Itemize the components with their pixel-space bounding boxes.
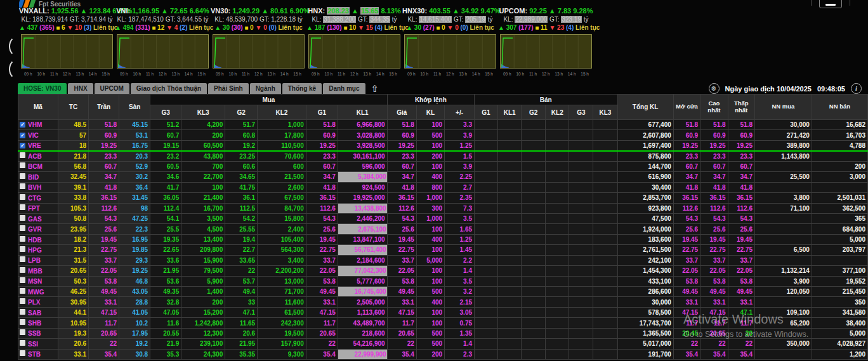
row-checkbox[interactable] [20,256,25,262]
tab-ng-nh[interactable]: Ngành [250,83,281,95]
col-header-ask-kl3[interactable]: KL3 [593,105,617,120]
index-intraday-chart[interactable]: 09 h10 h11 h12 h13 h14 h15 h [211,34,306,76]
info-icon[interactable]: i [851,83,862,94]
row-checkbox[interactable]: ✓ [20,143,25,148]
symbol-cell[interactable]: STB [18,349,58,359]
symbol-cell[interactable]: SSB [18,328,58,338]
row-checkbox[interactable] [20,194,25,200]
index-intraday-chart[interactable]: 09 h10 h11 h12 h13 h14 h15 h [115,34,211,76]
col-header-bid-g1[interactable]: G1 [306,105,338,120]
ask-cell-empty [475,245,498,255]
row-checkbox[interactable]: ✓ [20,122,25,128]
col-header-ask-kl1[interactable]: KL1 [497,105,521,120]
up-arrow-icon[interactable]: ⇧ [371,84,379,93]
index-intraday-chart[interactable]: 09 h10 h11 h12 h13 h14 h15 h [19,34,115,76]
symbol-cell[interactable]: SHB [18,318,58,328]
row-checkbox[interactable] [20,246,25,252]
index-block[interactable]: UPCOM: 92.25 ▲ 7.83 9.28%KL: 22,989,000 … [498,7,594,32]
row-checkbox[interactable] [20,340,25,346]
row-checkbox[interactable] [20,350,25,356]
col-header-bid-kl2[interactable]: KL2 [258,105,306,120]
ref-price: 20.6 [58,339,88,349]
symbol-cell[interactable]: HDB [18,234,58,244]
row-checkbox[interactable] [20,183,25,189]
symbol-cell[interactable]: HPG [18,245,58,255]
tab-hnx[interactable]: HNX [68,83,93,95]
symbol-cell[interactable]: BCM [18,161,58,171]
index-block[interactable]: VNXALL: 1,925.56 ▲ 123.84 6.87%KL: 188,7… [19,7,115,32]
symbol-cell[interactable]: FPT [18,203,58,213]
row-checkbox[interactable] [20,298,25,304]
gear-icon[interactable]: ⚙ [709,83,720,94]
index-intraday-chart[interactable]: 09 h10 h11 h12 h13 h14 h15 h [306,34,402,76]
tab-upcom[interactable]: UPCOM [95,83,129,95]
index-intraday-chart[interactable]: 09 h10 h11 h12 h13 h14 h15 h [402,34,498,76]
row-checkbox[interactable] [20,225,25,231]
row-checkbox[interactable] [20,204,25,210]
col-header-ask-g2[interactable]: G2 [522,105,546,120]
row-checkbox[interactable] [20,215,25,221]
col-header-bid-g2[interactable]: G2 [225,105,258,120]
col-header-low[interactable]: Thấp nhất [728,95,754,120]
tab-giao-d-ch-th-a-thu-n[interactable]: Giao dịch Thỏa thuận [131,83,207,95]
row-checkbox[interactable] [20,309,25,315]
row-checkbox[interactable] [20,236,25,242]
col-header-foreign-sell[interactable]: NN bán [812,95,867,120]
index-intraday-chart[interactable]: 09 h10 h11 h12 h13 h14 h15 h [498,34,594,76]
col-header-ask-g3[interactable]: G3 [569,105,593,120]
col-header-bid-kl1[interactable]: KL1 [338,105,387,120]
row-checkbox[interactable] [20,173,25,179]
col-header-ref[interactable]: TC [58,95,88,120]
row-checkbox[interactable] [20,329,25,335]
row-checkbox[interactable] [20,152,25,158]
symbol-cell[interactable]: SSI [18,339,58,349]
col-header-foreign-buy[interactable]: NN mua [754,95,812,120]
col-header-match-change[interactable]: +/- [445,105,475,120]
axis-tick-label: 10 h [324,72,332,76]
index-block[interactable]: VNI: 1,166.95 ▲ 72.65 6.64%KL: 187,474,5… [115,7,211,32]
symbol-cell[interactable]: ACB [18,151,58,161]
symbol-cell[interactable]: MWG [18,287,58,297]
index-block[interactable]: HNX: 208.23 ▲ 15.65 8.13%KL: 31,388,200 … [306,7,402,32]
symbol-cell[interactable]: ✓VIC [18,130,58,140]
symbol-cell[interactable]: PLX [18,297,58,307]
col-header-open[interactable]: Mở cửa [673,95,700,120]
tab-ph-i-sinh[interactable]: Phái Sinh [208,83,249,95]
row-checkbox[interactable] [20,162,25,168]
ask-cell-empty [497,266,521,276]
symbol-cell[interactable]: BVH [18,182,58,192]
col-header-high[interactable]: Cao nhất [700,95,728,120]
col-header-ask-kl2[interactable]: KL2 [546,105,569,120]
col-header-total-vol[interactable]: Tổng KL [617,95,673,120]
symbol-cell[interactable]: GVR [18,224,58,234]
symbol-cell[interactable]: ✓VRE [18,140,58,150]
col-header-match-vol[interactable]: KL [416,105,444,120]
index-block[interactable]: VN30: 1,249.29 ▲ 80.61 6.90%KL: 48,539,7… [211,7,306,32]
row-checkbox[interactable] [20,288,25,294]
tab-danh-m-c[interactable]: Danh mục [323,83,365,95]
col-header-match-price[interactable]: Giá [387,105,416,120]
symbol-cell[interactable]: MBB [18,266,58,276]
row-checkbox[interactable] [20,319,25,325]
tab-hose-vn30[interactable]: HOSE: VN30 [18,83,67,95]
row-checkbox[interactable] [20,267,25,273]
col-header-floor[interactable]: Sàn [119,95,150,120]
symbol-cell[interactable]: MSN [18,276,58,286]
col-header-bid-g3[interactable]: G3 [150,105,181,120]
menu-icon[interactable] [819,0,842,8]
index-block[interactable]: HNX30: 403.55 ▲ 34.92 9.47%KL: 14,615,40… [402,7,498,32]
symbol-cell[interactable]: GAS [18,213,58,223]
symbol-cell[interactable]: BID [18,172,58,182]
symbol-cell[interactable]: ✓VHM [18,120,58,130]
col-header-ask-g1[interactable]: G1 [475,105,498,120]
col-header-symbol[interactable]: Mã [18,95,58,120]
col-header-bid-kl3[interactable]: KL3 [181,105,225,120]
symbol-cell[interactable]: LPB [18,255,58,265]
row-checkbox[interactable]: ✓ [20,133,25,138]
symbol-cell[interactable]: CTG [18,193,58,203]
symbol-cell[interactable]: SAB [18,307,58,317]
floor-count: (4) [566,24,575,31]
row-checkbox[interactable] [20,277,25,283]
tab-th-ng-k-[interactable]: Thống kê [282,83,322,95]
col-header-ceiling[interactable]: Trần [89,95,119,120]
